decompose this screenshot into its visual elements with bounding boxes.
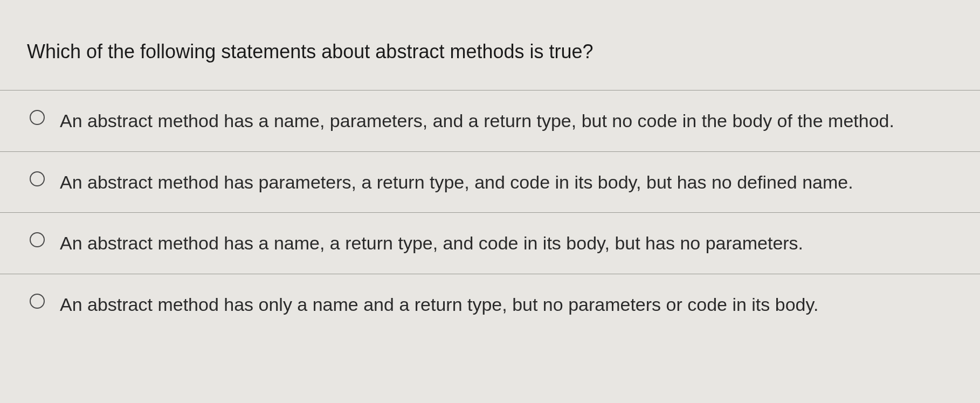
question-container: Which of the following statements about … bbox=[0, 0, 980, 335]
option-label: An abstract method has a name, parameter… bbox=[60, 107, 953, 135]
radio-icon[interactable] bbox=[30, 232, 45, 247]
options-list: An abstract method has a name, parameter… bbox=[0, 90, 980, 335]
option-row-2[interactable]: An abstract method has parameters, a ret… bbox=[0, 151, 980, 213]
radio-icon[interactable] bbox=[30, 294, 45, 309]
option-label: An abstract method has parameters, a ret… bbox=[60, 168, 953, 197]
radio-icon[interactable] bbox=[30, 110, 45, 125]
option-label: An abstract method has a name, a return … bbox=[60, 229, 953, 258]
question-prompt: Which of the following statements about … bbox=[0, 0, 980, 90]
radio-icon[interactable] bbox=[30, 171, 45, 186]
option-row-3[interactable]: An abstract method has a name, a return … bbox=[0, 212, 980, 274]
option-label: An abstract method has only a name and a… bbox=[60, 290, 953, 319]
option-row-4[interactable]: An abstract method has only a name and a… bbox=[0, 274, 980, 335]
option-row-1[interactable]: An abstract method has a name, parameter… bbox=[0, 90, 980, 151]
